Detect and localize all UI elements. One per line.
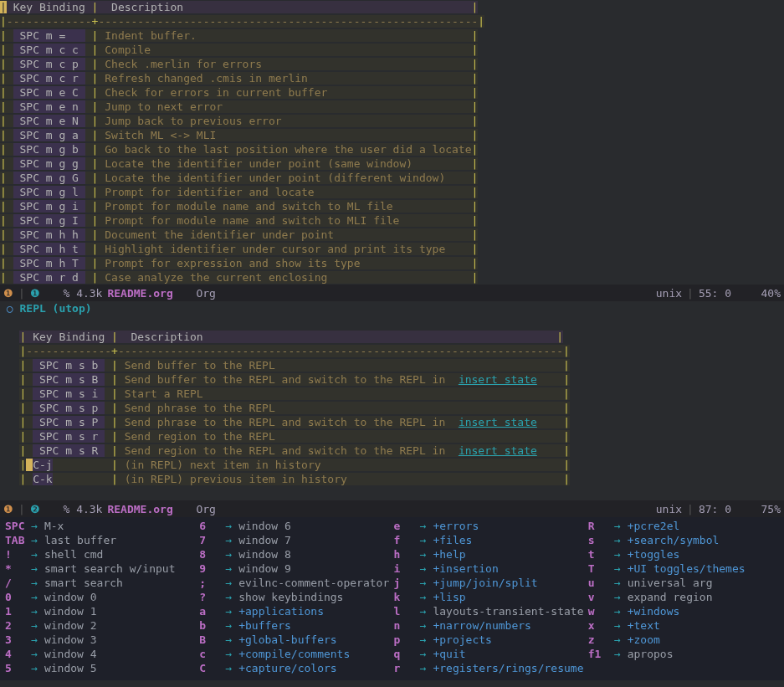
- which-key-entry[interactable]: 2 → window 2: [5, 618, 196, 633]
- flycheck-info-icon: ❷: [30, 502, 40, 516]
- section-header: REPL (utop): [19, 302, 91, 315]
- buffer-size: % 4.3k: [63, 502, 102, 516]
- which-key-entry[interactable]: s → +search/symbol: [588, 533, 779, 547]
- which-key-entry[interactable]: i → +insertion: [394, 561, 585, 576]
- which-key-entry[interactable]: u → universal arg: [588, 576, 779, 590]
- which-key-entry[interactable]: p → +projects: [394, 633, 585, 647]
- major-mode[interactable]: Org: [196, 502, 215, 516]
- which-key-entry[interactable]: 5 → window 5: [5, 661, 196, 675]
- which-key-entry[interactable]: ; → evilnc-comment-operator: [199, 576, 390, 590]
- flycheck-warn-icon: ❶: [3, 502, 13, 516]
- which-key-entry[interactable]: 6 → window 6: [199, 519, 390, 533]
- flycheck-warn-icon: ❶: [3, 286, 13, 300]
- which-key-entry[interactable]: h → +help: [394, 547, 585, 561]
- which-key-entry[interactable]: w → +windows: [588, 604, 779, 618]
- which-key-entry[interactable]: SPC → M-x: [5, 519, 196, 533]
- which-key-entry[interactable]: ! → shell cmd: [5, 547, 196, 561]
- which-key-entry[interactable]: k → +lisp: [394, 590, 585, 604]
- which-key-entry[interactable]: n → +narrow/numbers: [394, 618, 585, 633]
- buffer-filename[interactable]: README.org: [107, 286, 172, 300]
- modeline-1: ❶ | ❶ % 4.3k README.org Org unix | 55: 0…: [0, 285, 784, 301]
- separator: |: [18, 286, 25, 300]
- buffer-pane-1[interactable]: | Key Binding | Description | |---------…: [0, 0, 784, 285]
- encoding: unix: [656, 286, 682, 300]
- buffer-size: % 4.3k: [63, 286, 102, 300]
- which-key-entry[interactable]: 1 → window 1: [5, 604, 196, 618]
- flycheck-info-icon: ❶: [30, 286, 40, 300]
- which-key-entry[interactable]: q → +quit: [394, 647, 585, 661]
- which-key-entry[interactable]: e → +errors: [394, 519, 585, 533]
- which-key-entry[interactable]: b → +buffers: [199, 618, 390, 633]
- which-key-entry[interactable]: c → +compile/comments: [199, 647, 390, 661]
- which-key-entry[interactable]: v → expand region: [588, 590, 779, 604]
- which-key-entry[interactable]: t → +toggles: [588, 547, 779, 561]
- encoding: unix: [656, 502, 682, 516]
- which-key-entry[interactable]: 8 → window 8: [199, 547, 390, 561]
- scroll-percent: 40%: [761, 286, 781, 300]
- which-key-entry[interactable]: 3 → window 3: [5, 633, 196, 647]
- which-key-entry[interactable]: f → +files: [394, 533, 585, 547]
- buffer-pane-2[interactable]: ○ REPL (utop) | Key Binding | Descriptio…: [0, 301, 784, 500]
- which-key-entry[interactable]: T → +UI toggles/themes: [588, 561, 779, 576]
- which-key-entry[interactable]: 4 → window 4: [5, 647, 196, 661]
- major-mode[interactable]: Org: [196, 286, 215, 300]
- which-key-entry[interactable]: z → +zoom: [588, 633, 779, 647]
- separator: |: [18, 502, 25, 516]
- modeline-2: ❶ | ❷ % 4.3k README.org Org unix | 87: 0…: [0, 500, 784, 517]
- which-key-entry[interactable]: 7 → window 7: [199, 533, 390, 547]
- which-key-entry[interactable]: r → +registers/rings/resume: [394, 661, 585, 675]
- which-key-entry[interactable]: C → +capture/colors: [199, 661, 390, 675]
- cursor-position: 87: 0: [699, 502, 731, 516]
- cursor-position: 55: 0: [699, 286, 731, 300]
- which-key-entry[interactable]: f1 → apropos: [588, 647, 779, 661]
- which-key-entry[interactable]: R → +pcre2el: [588, 519, 779, 533]
- which-key-entry[interactable]: 9 → window 9: [199, 561, 390, 576]
- which-key-popup: SPC → M-xTAB → last buffer! → shell cmd*…: [0, 517, 784, 680]
- scroll-percent: 75%: [761, 502, 781, 516]
- which-key-entry[interactable]: TAB → last buffer: [5, 533, 196, 547]
- which-key-entry[interactable]: 0 → window 0: [5, 590, 196, 604]
- which-key-entry[interactable]: B → +global-buffers: [199, 633, 390, 647]
- which-key-entry[interactable]: j → +jump/join/split: [394, 576, 585, 590]
- which-key-entry[interactable]: / → smart search: [5, 576, 196, 590]
- which-key-entry[interactable]: ? → show keybindings: [199, 590, 390, 604]
- buffer-filename[interactable]: README.org: [107, 502, 172, 516]
- which-key-entry[interactable]: l → layouts-transient-state: [394, 604, 585, 618]
- which-key-entry[interactable]: a → +applications: [199, 604, 390, 618]
- which-key-entry[interactable]: x → +text: [588, 618, 779, 633]
- which-key-entry[interactable]: * → smart search w/input: [5, 561, 196, 576]
